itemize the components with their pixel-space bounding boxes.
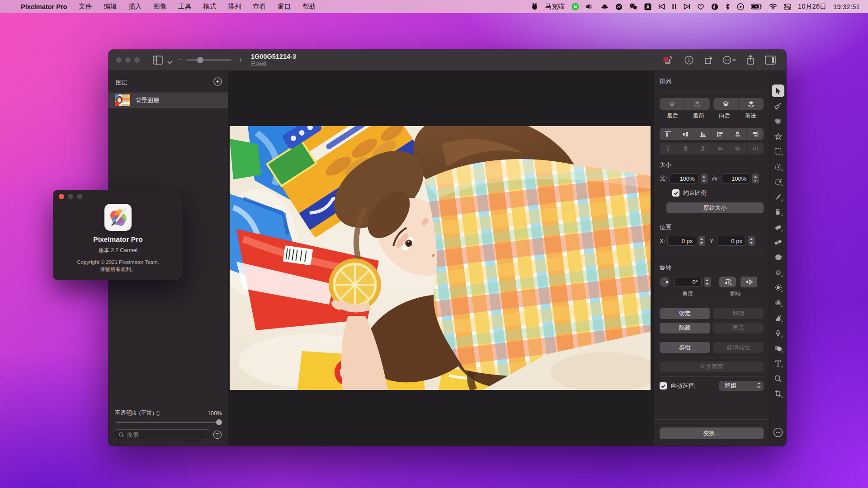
align-middle-button[interactable]: [677, 128, 694, 140]
layer-row-background[interactable]: 背景图层: [108, 92, 228, 108]
angle-stepper[interactable]: [704, 277, 711, 287]
group-button[interactable]: 群组: [660, 342, 710, 353]
canvas-area[interactable]: [229, 71, 653, 446]
share-icon[interactable]: [746, 55, 755, 67]
close-button[interactable]: [116, 57, 122, 63]
zoom-slider[interactable]: [186, 59, 231, 61]
opacity-slider-knob[interactable]: [216, 419, 222, 425]
height-field[interactable]: 100%: [721, 174, 750, 183]
merge-layers-button[interactable]: 合并图层: [660, 361, 764, 372]
color-swap-icon[interactable]: [662, 55, 673, 67]
layer-search-box[interactable]: [115, 429, 209, 440]
quick-select-tool[interactable]: [772, 160, 784, 173]
about-dialog[interactable]: Pixelmator Pro 版本 2.2 Carmel Copyright ©…: [53, 190, 183, 280]
erase-tool[interactable]: [772, 221, 784, 234]
rotation-dial[interactable]: [660, 277, 670, 287]
original-size-button[interactable]: 原始大小: [666, 202, 764, 213]
zoom-button[interactable]: [134, 57, 140, 63]
x-stepper[interactable]: [698, 236, 705, 246]
info-icon[interactable]: [684, 56, 693, 66]
distribute-top-button[interactable]: [660, 143, 677, 155]
rect-select-tool[interactable]: [772, 145, 784, 158]
auto-select-checkbox[interactable]: [660, 382, 667, 389]
menu-edit[interactable]: 编辑: [104, 2, 117, 11]
align-bottom-button[interactable]: [694, 128, 712, 140]
distribute-center-button[interactable]: [729, 143, 746, 155]
fill-tool[interactable]: [772, 206, 784, 218]
menu-help[interactable]: 帮助: [302, 2, 316, 11]
show-button[interactable]: 显示: [713, 323, 764, 333]
bluetooth-icon[interactable]: [725, 3, 730, 10]
opacity-slider[interactable]: [116, 422, 221, 423]
pen-tool[interactable]: [772, 327, 784, 339]
unlock-button[interactable]: 解锁: [713, 308, 764, 319]
shape-tool[interactable]: [772, 342, 784, 355]
menubar-date[interactable]: 10月26日: [798, 2, 826, 11]
zoom-tool[interactable]: [772, 372, 784, 385]
width-stepper[interactable]: [701, 174, 708, 183]
align-right-button[interactable]: [746, 128, 764, 140]
ungroup-button[interactable]: 取消成组: [713, 342, 764, 353]
control-center-icon[interactable]: [784, 4, 791, 10]
wifi-icon[interactable]: [769, 4, 777, 9]
send-backward-button[interactable]: [713, 98, 738, 110]
color-adjustments-tool[interactable]: [772, 115, 784, 127]
zoom-in-button[interactable]: +: [239, 56, 243, 63]
sidebar-toggle-icon[interactable]: [153, 56, 163, 66]
flip-horizontal-button[interactable]: [719, 277, 736, 287]
sharpen-tool[interactable]: [772, 282, 784, 294]
width-field[interactable]: 100%: [670, 174, 698, 183]
swirl-icon[interactable]: [615, 3, 623, 10]
y-field[interactable]: 0 px: [717, 236, 746, 246]
lock-button[interactable]: 锁定: [660, 308, 710, 319]
wechat-icon[interactable]: [629, 3, 637, 10]
distribute-middle-button[interactable]: [677, 143, 694, 155]
retouch-tool[interactable]: [772, 266, 784, 279]
menu-tools[interactable]: 工具: [178, 2, 191, 11]
canvas-photo[interactable]: [230, 126, 651, 390]
crop-tool[interactable]: [772, 387, 784, 400]
play-circle-icon[interactable]: [737, 3, 744, 10]
vpn-n-icon[interactable]: N: [571, 3, 579, 10]
zoom-out-button[interactable]: −: [177, 56, 181, 63]
effects-tool[interactable]: [772, 130, 784, 143]
x-field[interactable]: 0 px: [667, 236, 696, 246]
add-layer-icon[interactable]: [213, 77, 222, 88]
move-tool[interactable]: [772, 84, 784, 97]
align-left-button[interactable]: [712, 128, 729, 140]
about-close-button[interactable]: [59, 194, 64, 199]
chevron-down-icon[interactable]: [167, 58, 172, 66]
style-tool[interactable]: [772, 100, 784, 113]
paint-tool[interactable]: [772, 191, 784, 203]
cat-icon[interactable]: [531, 3, 538, 10]
fireball-icon[interactable]: [711, 3, 718, 10]
zoom-slider-knob[interactable]: [197, 57, 203, 63]
about-titlebar[interactable]: [53, 190, 183, 203]
menu-image[interactable]: 图像: [153, 2, 166, 11]
hat-icon[interactable]: [601, 3, 609, 10]
heart-icon[interactable]: [697, 4, 704, 10]
distribute-left-button[interactable]: [712, 143, 729, 155]
warp-tool[interactable]: [772, 312, 784, 324]
menu-insert[interactable]: 插入: [128, 2, 142, 11]
align-top-button[interactable]: [660, 128, 677, 140]
distribute-bottom-button[interactable]: [694, 143, 712, 155]
filter-icon[interactable]: [213, 430, 222, 439]
distribute-right-button[interactable]: [746, 143, 764, 155]
transform-button[interactable]: 变换...: [660, 427, 764, 439]
menu-window[interactable]: 窗口: [278, 2, 291, 11]
menu-arrange[interactable]: 排列: [228, 2, 241, 11]
angle-field[interactable]: 0°: [675, 277, 702, 287]
send-to-back-button[interactable]: [660, 98, 684, 110]
input-a-icon[interactable]: A: [644, 3, 651, 10]
opacity-stepper-icon[interactable]: [156, 411, 160, 416]
repair-tool[interactable]: [772, 236, 784, 249]
opacity-label[interactable]: 不透明度 (正常): [115, 409, 154, 417]
menubar-time[interactable]: 19:32:51: [833, 3, 860, 10]
more-tools[interactable]: [773, 427, 783, 439]
more-tools-icon[interactable]: [722, 56, 737, 66]
clone-tool[interactable]: [772, 251, 784, 264]
crop-rotate-icon[interactable]: [704, 56, 714, 66]
align-center-button[interactable]: [729, 128, 746, 140]
menu-view[interactable]: 查看: [253, 2, 266, 11]
